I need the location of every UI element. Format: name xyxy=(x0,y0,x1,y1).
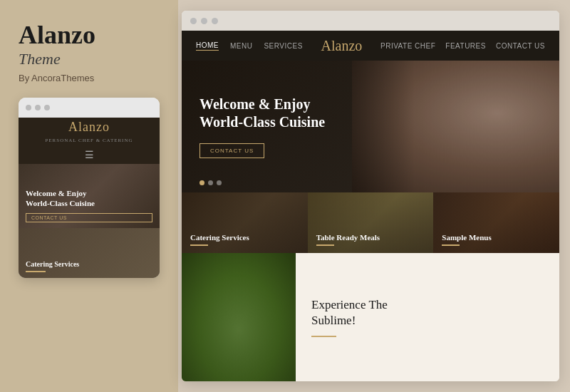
theme-title: Alanzo xyxy=(19,21,160,50)
desktop-nav: HOME MENU SERVICES Alanzo PRIVATE CHEF F… xyxy=(182,31,559,61)
nav-left-links: HOME MENU SERVICES xyxy=(196,41,303,51)
mockup-logo: Alanzo xyxy=(68,120,110,135)
mockup-dot-1 xyxy=(26,105,31,110)
desktop-bottom: Experience The Sublime! xyxy=(182,253,559,381)
theme-author: By AncoraThemes xyxy=(19,73,160,83)
desktop-dot-2 xyxy=(201,18,207,24)
bottom-accent-line xyxy=(311,336,336,337)
nav-link-menu[interactable]: MENU xyxy=(230,42,252,50)
bottom-image-overlay xyxy=(182,253,296,381)
theme-subtitle: Theme xyxy=(19,50,160,68)
mockup-logo-sub: PERSONAL CHEF & CATERING xyxy=(45,138,133,143)
hero-chef-image xyxy=(352,61,560,192)
service-card-catering-line xyxy=(190,244,208,246)
bottom-heading: Experience The Sublime! xyxy=(311,297,544,329)
nav-link-home[interactable]: HOME xyxy=(196,41,219,51)
mockup-dot-3 xyxy=(44,105,50,110)
bottom-text-block: Experience The Sublime! xyxy=(296,253,559,381)
service-card-catering[interactable]: Catering Services xyxy=(182,192,308,253)
mockup-hero-text: Welcome & EnjoyWorld-Class Cuisine xyxy=(26,188,152,209)
service-card-meals-content: Table Ready Meals xyxy=(316,233,380,246)
desktop-mockup: HOME MENU SERVICES Alanzo PRIVATE CHEF F… xyxy=(182,11,559,381)
service-card-menus-title: Sample Menus xyxy=(442,233,491,242)
hamburger-icon[interactable]: ☰ xyxy=(85,149,94,161)
desktop-dot-1 xyxy=(190,18,197,24)
mockup-card-title: Catering Services xyxy=(26,260,79,268)
slide-dot-2[interactable] xyxy=(208,180,213,185)
service-card-meals-title: Table Ready Meals xyxy=(316,233,380,242)
mockup-hero: Welcome & EnjoyWorld-Class Cuisine CONTA… xyxy=(19,164,160,228)
service-card-catering-title: Catering Services xyxy=(190,233,249,242)
mockup-card: Catering Services xyxy=(19,228,160,278)
service-card-meals[interactable]: Table Ready Meals xyxy=(308,192,434,253)
hero-cta-button[interactable]: CONTACT US xyxy=(200,143,264,158)
mockup-card-line xyxy=(26,271,46,272)
service-card-menus-line xyxy=(442,244,460,246)
nav-contact[interactable]: CONTACT US xyxy=(496,42,545,50)
service-card-catering-content: Catering Services xyxy=(190,233,249,246)
desktop-hero: Welcome & Enjoy World-Class Cuisine CONT… xyxy=(182,61,559,192)
nav-logo: Alanzo xyxy=(303,38,380,54)
service-cards: Catering Services Table Ready Meals Samp… xyxy=(182,192,559,253)
slide-dot-3[interactable] xyxy=(217,180,222,185)
hero-slide-dots xyxy=(200,180,222,185)
slide-dot-1[interactable] xyxy=(200,180,204,185)
hero-text-block: Welcome & Enjoy World-Class Cuisine CONT… xyxy=(182,81,343,172)
left-panel: Alanzo Theme By AncoraThemes Alanzo PERS… xyxy=(0,0,178,392)
mockup-nav: Alanzo PERSONAL CHEF & CATERING ☰ xyxy=(19,118,160,164)
hero-heading: Welcome & Enjoy World-Class Cuisine xyxy=(200,96,325,131)
nav-private-chef[interactable]: PRIVATE CHEF xyxy=(380,42,435,50)
desktop-titlebar xyxy=(182,11,559,31)
service-card-meals-line xyxy=(316,244,334,246)
nav-link-services[interactable]: SERVICES xyxy=(264,42,302,50)
service-card-menus-content: Sample Menus xyxy=(442,233,491,246)
service-card-menus[interactable]: Sample Menus xyxy=(433,192,559,253)
nav-right-links: PRIVATE CHEF FEATURES CONTACT US xyxy=(380,42,545,50)
desktop-dot-3 xyxy=(212,18,218,24)
bottom-food-image xyxy=(182,253,296,381)
desktop-content: HOME MENU SERVICES Alanzo PRIVATE CHEF F… xyxy=(182,31,559,381)
mockup-dot-2 xyxy=(35,105,41,110)
mockup-cta-button[interactable]: CONTACT US xyxy=(26,213,152,222)
mockup-titlebar xyxy=(19,98,160,118)
right-panel: HOME MENU SERVICES Alanzo PRIVATE CHEF F… xyxy=(178,0,570,392)
mobile-mockup: Alanzo PERSONAL CHEF & CATERING ☰ Welcom… xyxy=(19,98,160,278)
nav-features[interactable]: FEATURES xyxy=(445,42,486,50)
